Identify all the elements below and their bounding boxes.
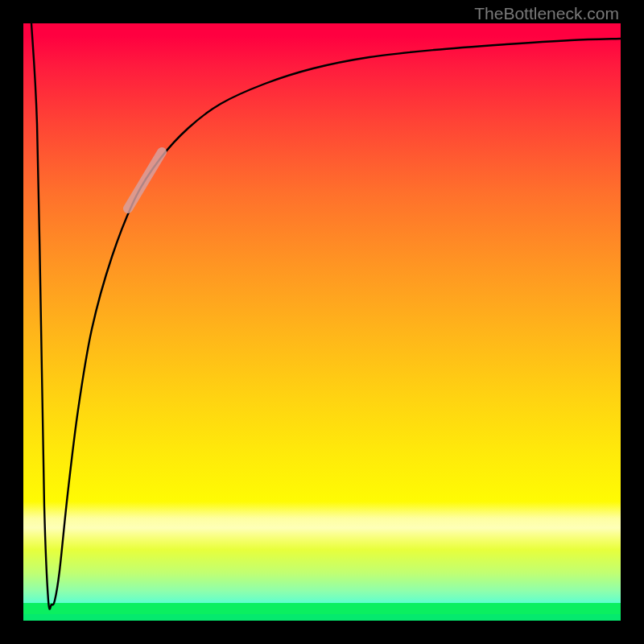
highlight-segment [128, 152, 162, 208]
chart-frame: TheBottleneck.com [0, 0, 644, 644]
watermark-text: TheBottleneck.com [474, 4, 619, 23]
curve-layer [23, 23, 621, 621]
main-curve [31, 23, 621, 609]
plot-area [23, 23, 621, 621]
